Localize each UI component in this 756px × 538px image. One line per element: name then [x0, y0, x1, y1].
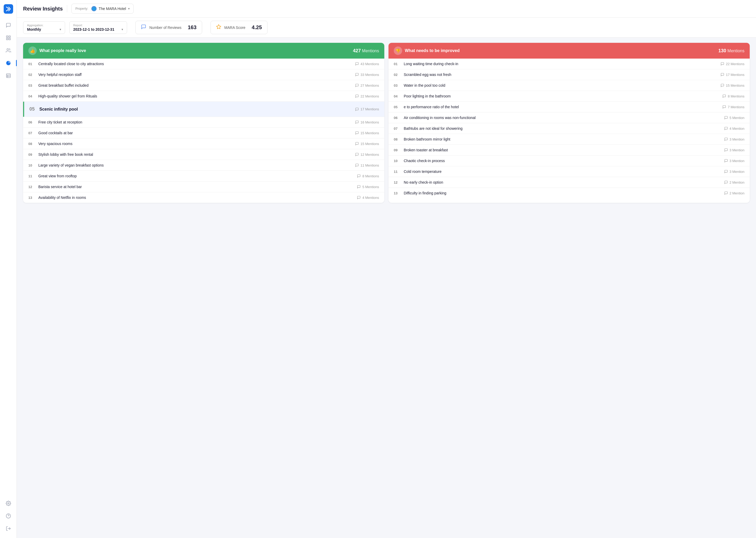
property-label: Property:	[75, 7, 88, 11]
list-item[interactable]: 13 Availability of Netflix in rooms 4 Me…	[23, 192, 384, 203]
sidebar	[0, 0, 17, 538]
list-item[interactable]: 10 Large variety of vegan breakfast opti…	[23, 160, 384, 171]
svg-rect-0	[6, 36, 8, 37]
svg-marker-14	[216, 25, 221, 29]
chevron-down-icon: ▾	[128, 7, 130, 11]
item-number: 07	[28, 131, 35, 135]
item-mentions: 7 Mentions	[722, 105, 744, 109]
property-name: The MARA Hotel	[99, 7, 126, 11]
help-icon[interactable]	[3, 511, 14, 521]
report-dropdown[interactable]: Report: 2023-12-1 to 2023-12-31 ▾	[69, 21, 127, 34]
list-item[interactable]: 03 Water in the pool too cold 15 Mention…	[389, 80, 750, 91]
star-icon	[216, 24, 221, 31]
item-number: 13	[28, 196, 35, 200]
item-text: e to performance ratio of the hotel	[404, 105, 459, 109]
sidebar-nav	[3, 20, 14, 498]
list-item[interactable]: 04 Poor lighting in the bathroom 8 Menti…	[389, 91, 750, 102]
item-mentions: 3 Mention	[724, 159, 744, 163]
item-number: 13	[394, 191, 400, 195]
sidebar-item-users[interactable]	[3, 45, 14, 56]
item-mentions: 43 Mentions	[355, 62, 379, 66]
item-mentions: 3 Mention	[724, 148, 744, 152]
sidebar-item-table[interactable]	[3, 71, 14, 81]
logout-icon[interactable]	[3, 523, 14, 534]
item-number: 03	[394, 83, 400, 87]
item-number: 05	[29, 106, 36, 112]
list-item[interactable]: 10 Chaotic check-in process 3 Mention	[389, 155, 750, 166]
list-item[interactable]: 11 Great view from rooftop 8 Mentions	[23, 171, 384, 182]
item-mentions: 4 Mentions	[357, 196, 379, 200]
list-item[interactable]: 05 Scenic infinity pool 17 Mentions	[23, 102, 384, 117]
app-logo[interactable]	[4, 4, 13, 14]
item-number: 11	[394, 170, 400, 174]
item-number: 12	[394, 181, 400, 185]
item-number: 11	[28, 174, 35, 178]
item-mentions: 5 Mention	[724, 116, 744, 120]
sidebar-item-list[interactable]	[3, 32, 14, 43]
filters-bar: Aggregation: Monthly ▾ Report: 2023-12-1…	[17, 18, 756, 37]
list-item[interactable]: 01 Long waiting time during check-in 22 …	[389, 59, 750, 69]
list-item[interactable]: 08 Broken bathroom mirror light 3 Mentio…	[389, 134, 750, 145]
sidebar-item-chart[interactable]	[3, 58, 14, 68]
item-number: 02	[28, 73, 35, 77]
list-item[interactable]: 09 Broken toaster at breakfast 3 Mention	[389, 145, 750, 155]
loves-panel: 👍 What people really love 427 Mentions 0…	[23, 43, 384, 203]
item-number: 04	[28, 94, 35, 98]
item-text: Barista service at hotel bar	[38, 185, 82, 189]
list-item[interactable]: 04 High-quality shower gel from Rituals …	[23, 91, 384, 102]
item-text: High-quality shower gel from Rituals	[38, 94, 97, 98]
item-number: 10	[28, 163, 35, 167]
property-selector[interactable]: Property: 🌐 The MARA Hotel ▾	[71, 4, 134, 14]
item-text: Free city ticket at reception	[38, 120, 82, 124]
loves-mentions-count: 427 Mentions	[353, 48, 379, 54]
item-text: Water in the pool too cold	[404, 83, 445, 87]
page-title: Review Insights	[23, 6, 63, 12]
list-item[interactable]: 03 Great breakfast buffet included 27 Me…	[23, 80, 384, 91]
item-mentions: 8 Mentions	[722, 94, 744, 98]
sidebar-bottom	[3, 498, 14, 534]
item-number: 02	[394, 73, 400, 77]
item-text: Very helpful reception staff	[38, 73, 82, 77]
loves-panel-header: 👍 What people really love 427 Mentions	[23, 43, 384, 59]
svg-rect-1	[9, 36, 10, 37]
list-item[interactable]: 12 No early check-in option 2 Mention	[389, 177, 750, 188]
loves-list: 01 Centrally located close to city attra…	[23, 59, 384, 203]
list-item[interactable]: 06 Free city ticket at reception 16 Ment…	[23, 117, 384, 128]
svg-rect-3	[6, 38, 8, 40]
list-item[interactable]: 02 Scrambled egg was not fresh 17 Mentio…	[389, 69, 750, 80]
item-text: Long waiting time during check-in	[404, 62, 458, 66]
item-text: Good cocktails at bar	[38, 131, 73, 135]
list-item[interactable]: 07 Bathtubs are not ideal for showering …	[389, 123, 750, 134]
item-number: 08	[394, 137, 400, 141]
list-item[interactable]: 08 Very spacious rooms 15 Mentions	[23, 138, 384, 149]
item-text: Stylish lobby with free book rental	[38, 152, 93, 157]
item-number: 01	[394, 62, 400, 66]
item-number: 10	[394, 159, 400, 163]
svg-rect-6	[6, 74, 10, 78]
list-item[interactable]: 11 Cold room temperature 3 Mention	[389, 166, 750, 177]
item-number: 04	[394, 94, 400, 98]
list-item[interactable]: 05 e to performance ratio of the hotel 7…	[389, 102, 750, 112]
list-item[interactable]: 01 Centrally located close to city attra…	[23, 59, 384, 69]
list-item[interactable]: 06 Air conditioning in rooms was non-fun…	[389, 112, 750, 123]
item-mentions: 16 Mentions	[355, 120, 379, 124]
list-item[interactable]: 12 Barista service at hotel bar 5 Mentio…	[23, 182, 384, 192]
item-mentions: 17 Mentions	[721, 73, 744, 77]
item-mentions: 3 Mention	[724, 170, 744, 174]
reviews-icon	[141, 24, 146, 31]
item-text: Very spacious rooms	[38, 141, 72, 146]
list-item[interactable]: 13 Difficulty in finding parking 2 Menti…	[389, 188, 750, 198]
list-item[interactable]: 07 Good cocktails at bar 15 Mentions	[23, 128, 384, 138]
sidebar-item-chat[interactable]	[3, 20, 14, 30]
settings-icon[interactable]	[3, 498, 14, 509]
aggregation-dropdown[interactable]: Aggregation: Monthly ▾	[23, 21, 65, 34]
item-number: 05	[394, 105, 400, 109]
list-item[interactable]: 09 Stylish lobby with free book rental 1…	[23, 149, 384, 160]
property-icon: 🌐	[91, 6, 97, 11]
item-mentions: 5 Mentions	[357, 185, 379, 189]
item-number: 08	[28, 142, 35, 146]
item-number: 07	[394, 127, 400, 131]
list-item[interactable]: 02 Very helpful reception staff 33 Menti…	[23, 69, 384, 80]
item-text: Availability of Netflix in rooms	[38, 195, 86, 200]
thumbs-up-icon: 👍	[28, 46, 37, 55]
